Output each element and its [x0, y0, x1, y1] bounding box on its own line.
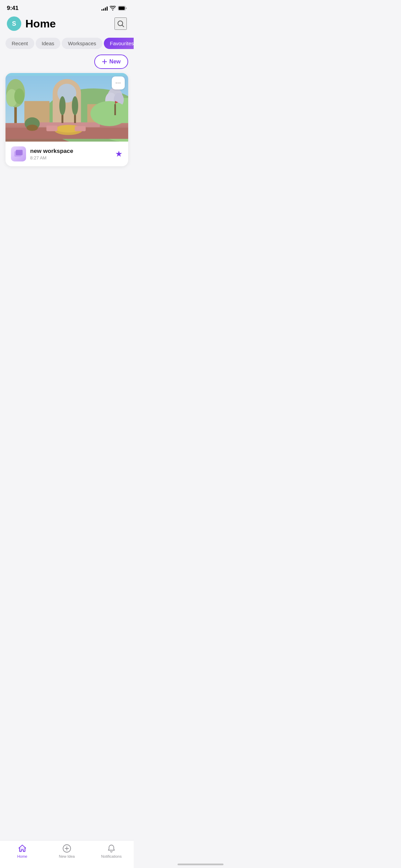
svg-point-21 — [14, 88, 24, 104]
card-image: ··· — [5, 73, 128, 142]
new-button[interactable]: New — [94, 55, 128, 69]
search-icon — [117, 20, 125, 28]
workspace-icon-svg — [13, 148, 24, 159]
svg-rect-37 — [16, 150, 23, 155]
card-landscape-scene — [5, 73, 128, 142]
avatar[interactable]: S — [7, 16, 21, 31]
card-info-left: new workspace 8:27 AM — [11, 146, 73, 161]
svg-rect-17 — [75, 126, 86, 131]
new-btn-container: New — [0, 55, 134, 73]
header: S Home — [0, 14, 134, 35]
svg-point-31 — [27, 124, 38, 131]
search-button[interactable] — [114, 17, 127, 30]
svg-rect-16 — [46, 125, 57, 131]
workspace-icon — [11, 146, 26, 161]
card-text-block: new workspace 8:27 AM — [30, 148, 73, 160]
signal-icon — [101, 6, 108, 11]
status-bar: 9:41 — [0, 0, 134, 14]
svg-point-27 — [59, 96, 65, 115]
favourite-star-icon[interactable]: ★ — [115, 149, 123, 159]
tabs-container: Recent Ideas Workspaces Favourites — [0, 35, 134, 55]
workspace-name: new workspace — [30, 148, 73, 155]
card-more-button[interactable]: ··· — [112, 76, 125, 89]
new-button-label: New — [109, 59, 121, 65]
page-title: Home — [25, 17, 56, 30]
three-dots-icon: ··· — [116, 80, 121, 86]
status-icons — [101, 6, 127, 11]
battery-icon — [118, 6, 127, 11]
tab-recent[interactable]: Recent — [5, 38, 34, 49]
wifi-icon — [110, 6, 116, 11]
svg-point-29 — [72, 96, 78, 115]
workspace-time: 8:27 AM — [30, 155, 73, 160]
svg-rect-33 — [114, 104, 116, 115]
svg-rect-1 — [119, 7, 125, 10]
status-time: 9:41 — [7, 5, 19, 12]
plus-icon — [102, 59, 107, 64]
header-left: S Home — [7, 16, 56, 31]
svg-point-32 — [90, 101, 128, 126]
tab-ideas[interactable]: Ideas — [36, 38, 61, 49]
workspace-card[interactable]: ··· new workspace 8:27 AM ★ — [5, 73, 128, 166]
tab-favourites[interactable]: Favourites — [104, 38, 134, 49]
tab-workspaces[interactable]: Workspaces — [62, 38, 102, 49]
card-info: new workspace 8:27 AM ★ — [5, 142, 128, 166]
